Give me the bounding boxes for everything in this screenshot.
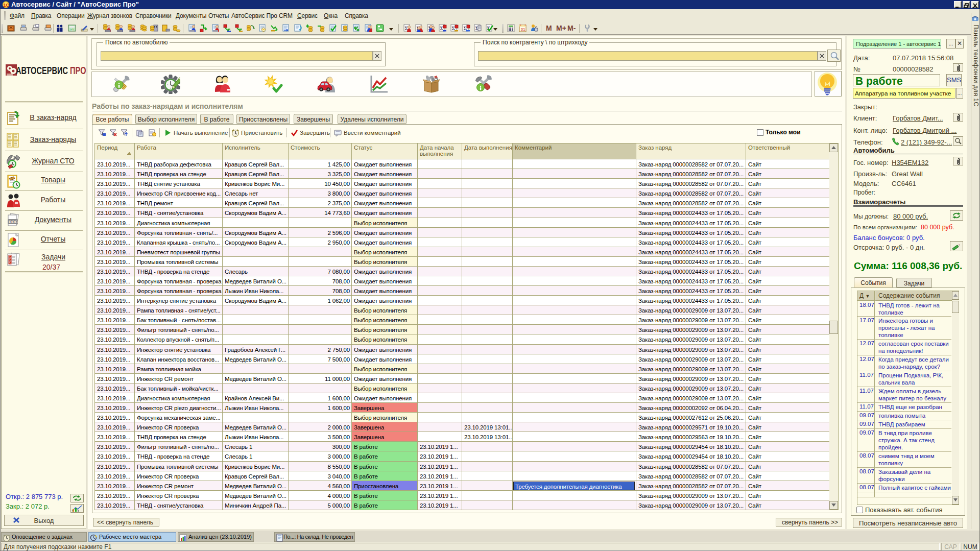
svg-text:Σ: Σ [464,26,467,31]
svg-text:31: 31 [521,27,525,32]
svg-text:Σ: Σ [452,26,456,31]
svg-text:DOC: DOC [9,220,18,224]
svg-text:$: $ [71,28,73,31]
svg-text:Σ: Σ [440,26,444,31]
svg-text:1C: 1C [4,3,10,8]
